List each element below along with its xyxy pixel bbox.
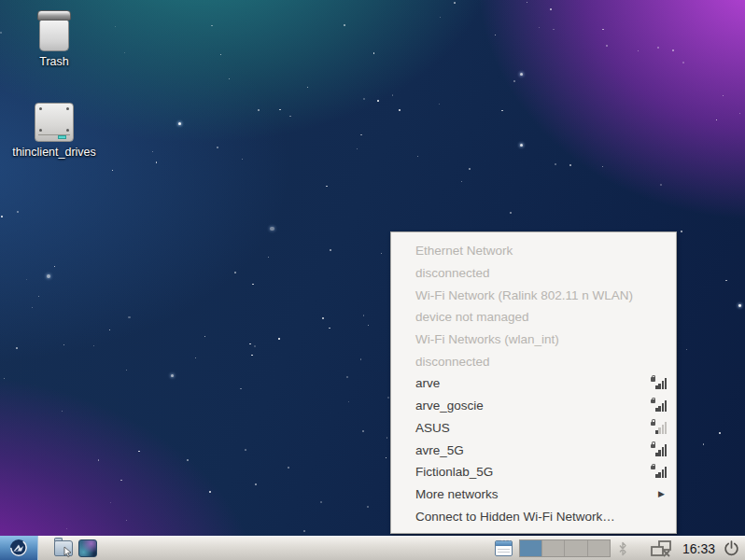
workspace-pager[interactable] xyxy=(519,539,611,557)
lubuntu-logo-icon xyxy=(9,539,28,557)
wifi-signal-icon xyxy=(651,377,667,389)
desktop-icon-trash[interactable]: Trash xyxy=(6,10,103,70)
menu-item-wifi-ralink-header: Wi-Fi Network (Ralink 802.11 n WLAN) xyxy=(391,284,676,306)
menu-item-ethernet-network: Ethernet Network xyxy=(391,240,676,262)
menu-item-network-fictionlab-5g[interactable]: Fictionlab_5G xyxy=(391,461,676,483)
menu-item-connect-hidden[interactable]: Connect to Hidden Wi-Fi Network… xyxy=(391,505,676,527)
workspace-4[interactable] xyxy=(588,540,610,556)
menu-item-more-networks[interactable]: More networks ▶ xyxy=(391,483,676,506)
show-desktop-launcher[interactable] xyxy=(77,539,97,558)
power-icon[interactable] xyxy=(724,540,739,556)
file-manager-launcher[interactable] xyxy=(53,539,73,558)
window-list-button[interactable] xyxy=(492,539,515,559)
menu-item-network-arve-goscie[interactable]: arve_goscie xyxy=(391,395,676,417)
show-desktop-icon xyxy=(78,539,97,557)
submenu-arrow-icon: ▶ xyxy=(658,489,665,498)
workspace-3[interactable] xyxy=(565,540,587,556)
workspace-1[interactable] xyxy=(520,540,542,556)
wifi-signal-icon xyxy=(651,466,667,478)
trash-icon xyxy=(35,10,73,51)
window-icon xyxy=(495,540,513,556)
menu-item-network-asus[interactable]: ASUS xyxy=(391,417,676,440)
trash-label: Trash xyxy=(39,55,69,70)
wifi-signal-icon xyxy=(651,444,667,456)
drive-icon xyxy=(35,103,74,142)
desktop-wallpaper: Trash thinclient_drives Ethernet Network… xyxy=(0,0,745,560)
bluetooth-icon[interactable] xyxy=(618,541,627,556)
start-menu-button[interactable] xyxy=(0,536,38,560)
taskbar: 16:33 xyxy=(0,536,745,560)
wifi-signal-icon xyxy=(651,422,667,434)
menu-item-wifi-ralink-status: device not managed xyxy=(391,306,676,329)
menu-item-wifi-wlanint-header: Wi-Fi Networks (wlan_int) xyxy=(391,329,676,351)
network-manager-menu: Ethernet Network disconnected Wi-Fi Netw… xyxy=(390,231,677,534)
wifi-signal-icon xyxy=(651,399,667,412)
menu-item-network-avre-5g[interactable]: avre_5G xyxy=(391,439,676,461)
menu-item-ethernet-status: disconnected xyxy=(391,262,676,285)
workspace-2[interactable] xyxy=(542,540,565,556)
menu-item-wifi-wlanint-status: disconnected xyxy=(391,350,676,372)
menu-item-network-arve[interactable]: arve xyxy=(391,372,676,395)
desktop-icon-thinclient-drives[interactable]: thinclient_drives xyxy=(6,103,103,161)
thinclient-drives-label: thinclient_drives xyxy=(12,146,96,161)
file-manager-icon xyxy=(54,540,73,556)
taskbar-clock[interactable]: 16:33 xyxy=(682,541,715,556)
network-disconnected-icon[interactable] xyxy=(651,540,673,557)
